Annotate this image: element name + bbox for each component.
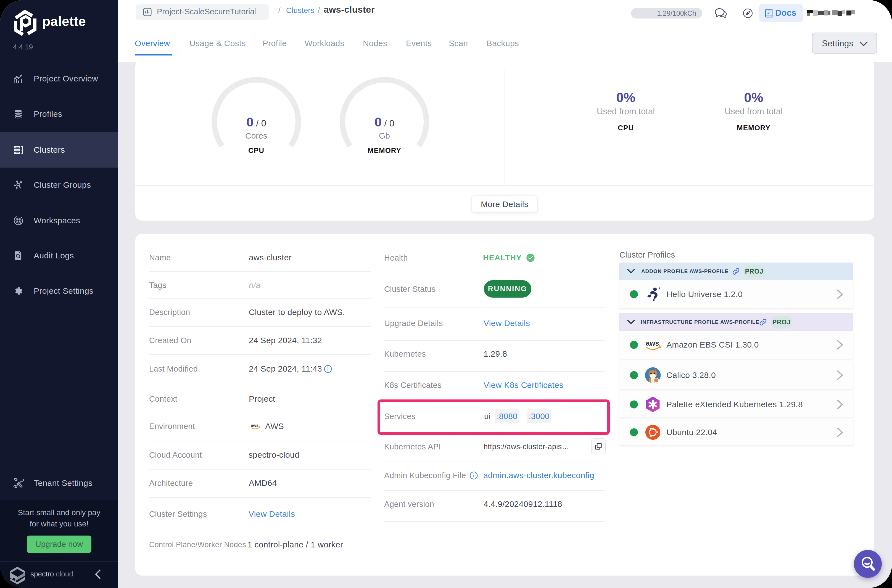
svg-text:aws: aws bbox=[251, 423, 258, 428]
svg-text:aws: aws bbox=[646, 339, 659, 347]
